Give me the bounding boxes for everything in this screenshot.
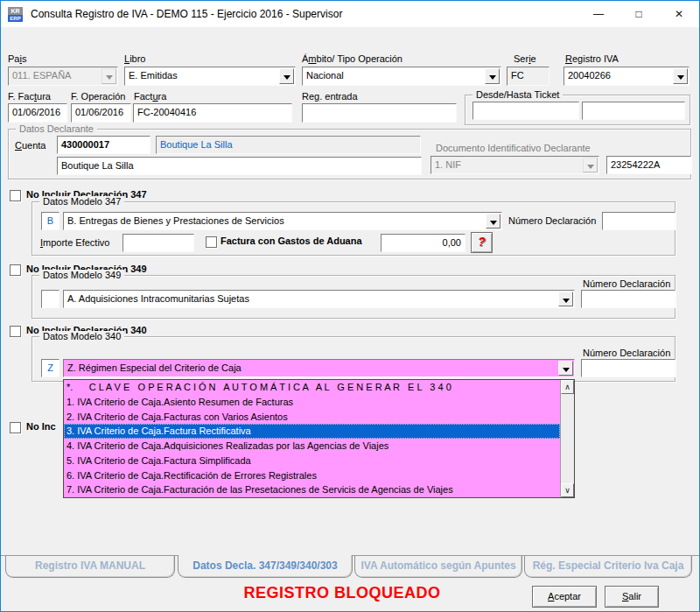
serie-field[interactable]: FC [507,67,550,86]
salir-button[interactable]: Salir [605,586,659,608]
dropdown-item-selected[interactable]: 3. IVA Criterio de Caja.Factura Rectific… [64,424,560,439]
minimize-icon: — [593,8,604,20]
tab-datos-decla[interactable]: Datos Decla. 347/349/340/303 [178,555,353,578]
app-icon-bottom-text: ERP [8,15,23,22]
scroll-down-button[interactable]: ∨ [561,483,574,497]
libro-value: E. Emitidas [125,67,279,85]
serie-label: Serie [514,53,536,64]
f-operacion-field[interactable]: 01/06/2016 [71,103,131,123]
ticket-hasta-field[interactable] [582,102,685,120]
dropdown-arrow-icon[interactable] [485,68,500,84]
documento-tipo-select: 1. NIF [430,156,599,174]
close-button[interactable]: ✕ [659,1,699,27]
numero-declaracion-347-label: Número Declaración [508,215,596,226]
pais-label: Pais [8,53,26,64]
window-controls: — □ ✕ [578,1,699,27]
cuenta-label: Cuenta [15,140,46,151]
declarante-nombre-field[interactable]: Boutique La Silla [57,157,422,175]
clave-340-dropdown-list: *. C L A V E O P E R A C I Ó N A U T O M… [63,379,575,498]
cuenta-field[interactable]: 430000017 [57,136,150,154]
numero-declaracion-349-field[interactable] [581,290,676,308]
registro-iva-value: 20040266 [564,67,673,85]
aduana-help-button[interactable]: ? [471,232,493,253]
cuenta-nombre-panel: Boutique La Silla [156,136,421,154]
dropdown-item[interactable]: 6. IVA Criterio de Caja.Rectificación de… [64,468,560,483]
numero-declaracion-349-label: Número Declaración [583,278,670,289]
tab-iva-automatico[interactable]: IVA Automático según Apuntes [354,556,522,578]
ticket-desde-field[interactable] [472,102,579,120]
app-icon-top-text: KR [8,7,23,15]
dropdown-arrow-icon [102,68,116,84]
clave-349-select[interactable]: A. Adquisiciones Intracomunitarias Sujet… [63,290,575,308]
clave-347-box[interactable]: B [41,212,60,230]
maximize-icon: □ [635,8,641,20]
reg-entrada-label: Reg. entrada [302,91,358,102]
f-factura-label: F. Factura [8,91,51,102]
no-incluir-hidden-label: No Inc [26,421,56,432]
dropdown-arrow-icon[interactable] [279,68,294,84]
numero-declaracion-347-field[interactable] [602,212,676,230]
scroll-up-icon: ∧ [564,383,570,391]
no-incluir-349-checkbox[interactable] [10,264,21,276]
f-operacion-label: F. Operación [71,91,125,102]
f-factura-field[interactable]: 01/06/2016 [8,103,67,123]
numero-declaracion-340-label: Número Declaración [583,348,670,358]
registro-iva-label: Registro IVA [565,53,619,64]
clave-340-box[interactable]: Z [41,359,60,377]
tab-reg-especial[interactable]: Rég. Especial Criterio Iva Caja [524,556,692,578]
dropdown-arrow-icon[interactable] [558,361,573,376]
aceptar-button[interactable]: Aceptar [532,586,597,608]
window-title: Consulta Registro de IVA - DEMO 115 - Ej… [31,8,342,20]
dropdown-item[interactable]: 2. IVA Criterio de Caja.Facturas con Var… [64,410,560,425]
clave-347-select[interactable]: B. Entregas de Bienes y Prestaciones de … [63,212,502,230]
titlebar[interactable]: KR ERP Consulta Registro de IVA - DEMO 1… [1,1,699,27]
dropdown-arrow-icon[interactable] [486,214,500,229]
help-icon: ? [472,233,492,250]
dialog-window: KR ERP Consulta Registro de IVA - DEMO 1… [0,0,700,612]
ambito-select[interactable]: Nacional [302,67,501,86]
bottom-tabbar: Registro IVA MANUAL Datos Decla. 347/349… [1,555,699,579]
maximize-button[interactable]: □ [619,1,659,27]
documento-numero-field[interactable]: 23254222A [606,156,691,174]
factura-field[interactable]: FC-20040416 [133,103,292,123]
dropdown-arrow-icon[interactable] [558,292,573,306]
dropdown-arrow-icon [583,158,598,172]
dropdown-item[interactable]: *. C L A V E O P E R A C I Ó N A U T O M… [64,380,560,395]
documento-tipo-value: 1. NIF [431,157,583,173]
aduana-importe-field[interactable]: 0,00 [381,234,466,252]
dropdown-arrow-icon[interactable] [673,68,688,84]
dropdown-item[interactable]: 4. IVA Criterio de Caja.Adquisiciones Re… [64,439,560,454]
no-incluir-347-checkbox[interactable] [10,190,21,201]
no-incluir-hidden-checkbox[interactable] [10,422,21,433]
modelo-347-group-label: Datos Modelo 347 [39,196,124,207]
numero-declaracion-340-field[interactable] [581,359,676,377]
clave-349-box[interactable] [41,290,60,308]
declarante-group-label: Datos Declarante [16,123,97,134]
reg-entrada-field[interactable] [302,103,457,123]
dropdown-item[interactable]: 5. IVA Criterio de Caja.Factura Simplifi… [64,454,560,468]
libro-select[interactable]: E. Emitidas [124,67,296,86]
importe-efectivo-label: Importe Efectivo [40,237,109,248]
clave-347-value: B. Entregas de Bienes y Prestaciones de … [64,213,486,229]
no-incluir-340-checkbox[interactable] [10,326,21,337]
scroll-up-button[interactable]: ∧ [561,380,574,394]
libro-label: Libro [124,53,145,64]
registro-iva-select[interactable]: 20040266 [564,67,690,86]
ambito-label: Ámbito/ Tipo Operación [302,53,402,64]
minimize-button[interactable]: — [578,1,619,27]
dropdown-item[interactable]: 7. IVA Criterio de Caja.Facturación de l… [64,482,560,497]
modelo-340-group-label: Datos Modelo 340 [39,331,124,341]
factura-label: Factura [134,91,166,102]
aduana-checkbox[interactable] [206,236,217,248]
importe-efectivo-field[interactable] [122,234,194,252]
dropdown-scrollbar[interactable]: ∧ ∨ [560,380,574,497]
documento-label: Documento Identificativo Declarante [436,143,591,153]
app-icon: KR ERP [8,7,23,22]
pais-select: 011. ESPAÑA [8,67,118,86]
dropdown-item[interactable]: 1. IVA Criterio de Caja.Asiento Resumen … [64,395,560,410]
clave-349-value: A. Adquisiciones Intracomunitarias Sujet… [64,291,558,307]
ticket-group-label: Desde/Hasta Ticket [472,89,563,100]
modelo-349-group-label: Datos Modelo 349 [39,270,124,280]
tab-registro-iva-manual[interactable]: Registro IVA MANUAL [5,556,175,578]
clave-340-select[interactable]: Z. Régimen Especial del Criterio de Caja [63,359,575,377]
